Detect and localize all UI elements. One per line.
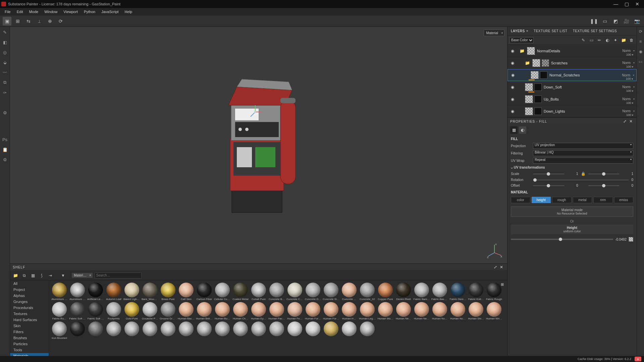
shelf-material-item[interactable] bbox=[286, 321, 303, 340]
material-thumbnail[interactable] bbox=[324, 302, 338, 317]
picker-tool-icon[interactable]: ✑ bbox=[2, 89, 8, 96]
shelf-material-item[interactable] bbox=[359, 321, 376, 340]
maximize-button[interactable]: ▢ bbox=[621, 1, 632, 7]
material-thumbnail[interactable] bbox=[179, 302, 194, 317]
material-thumbnail[interactable] bbox=[360, 302, 375, 317]
shelf-material-item[interactable]: Human Fe… bbox=[286, 302, 303, 320]
shelf-material-item[interactable]: Concrete Si… bbox=[323, 283, 339, 301]
smudge-tool-icon[interactable]: 〰 bbox=[2, 69, 8, 76]
material-thumbnail[interactable] bbox=[124, 283, 139, 297]
height-slider[interactable] bbox=[511, 239, 613, 240]
settings-gear-icon[interactable]: ⚙ bbox=[2, 109, 8, 116]
shelf-send-icon[interactable]: ⇥ bbox=[47, 272, 54, 279]
shelf-material-item[interactable]: Carbon Fiber bbox=[196, 283, 213, 301]
render-button[interactable]: ▭ bbox=[600, 17, 609, 25]
layer-visibility-icon[interactable]: ◉ bbox=[509, 49, 516, 53]
render-settings-button[interactable]: ◩ bbox=[611, 17, 620, 25]
offset-slider-1[interactable] bbox=[533, 184, 564, 187]
shelf-material-item[interactable]: Human Bell… bbox=[196, 302, 213, 320]
material-thumbnail[interactable] bbox=[469, 302, 483, 317]
shelf-folder-icon[interactable]: 📁 bbox=[12, 272, 19, 279]
material-mode-dropzone[interactable]: Material mode No Resource Selected bbox=[511, 206, 633, 217]
layer-blend-mode[interactable]: Norm bbox=[622, 73, 630, 77]
photoshop-icon[interactable]: Ps bbox=[2, 136, 8, 143]
material-thumbnail[interactable] bbox=[179, 321, 194, 336]
material-thumbnail[interactable] bbox=[450, 283, 465, 297]
material-thumbnail[interactable] bbox=[197, 283, 212, 297]
material-thumbnail[interactable] bbox=[251, 283, 266, 297]
material-thumbnail[interactable] bbox=[432, 283, 447, 297]
shelf-category-item[interactable]: Materials bbox=[10, 353, 49, 356]
rotation-slider[interactable] bbox=[533, 178, 629, 182]
layer-name[interactable]: Normal_Scratches bbox=[549, 73, 620, 77]
material-thumbnail[interactable] bbox=[106, 283, 121, 297]
menu-help[interactable]: Help bbox=[122, 9, 135, 14]
shelf-material-item[interactable]: Fabric Base… bbox=[431, 283, 448, 301]
layer-mask-thumbnail[interactable] bbox=[534, 83, 542, 91]
shelf-material-item[interactable]: Fabric Knit… bbox=[468, 283, 484, 301]
shelf-material-item[interactable]: Coated Metal bbox=[232, 283, 249, 301]
channel-dropdown[interactable]: Base Color bbox=[509, 37, 534, 43]
layer-visibility-icon[interactable]: ◉ bbox=[509, 61, 516, 65]
uvwrap-dropdown[interactable]: Repeat bbox=[533, 158, 633, 164]
material-thumbnail[interactable] bbox=[342, 283, 357, 297]
shelf-material-item[interactable] bbox=[160, 321, 176, 340]
material-thumbnail[interactable] bbox=[197, 302, 212, 317]
shelf-category-item[interactable]: Tools bbox=[10, 347, 49, 353]
shelf-material-item[interactable]: Gouache P… bbox=[142, 302, 158, 320]
material-thumbnail[interactable] bbox=[70, 321, 85, 336]
layer-blend-mode[interactable]: Norm bbox=[623, 61, 631, 65]
shelf-close-icon[interactable]: ✕ bbox=[498, 265, 504, 269]
uv-transformations-header[interactable]: UV transformations bbox=[507, 164, 637, 171]
material-thumbnail[interactable] bbox=[161, 302, 175, 317]
shelf-category-item[interactable]: Grunges bbox=[10, 299, 49, 305]
shelf-grid-icon[interactable]: ▦ bbox=[30, 272, 36, 279]
shelf-material-item[interactable]: Aluminium … bbox=[69, 283, 86, 301]
add-folder-icon[interactable]: 📁 bbox=[621, 37, 627, 43]
shelf-material-item[interactable] bbox=[69, 321, 86, 340]
clone-tool-icon[interactable]: ⧉ bbox=[2, 79, 8, 86]
shelf-material-item[interactable]: Human Ey… bbox=[250, 302, 267, 320]
shelf-search-input[interactable] bbox=[95, 273, 142, 279]
material-thumbnail[interactable] bbox=[306, 283, 320, 297]
shelf-category-item[interactable]: Textures bbox=[10, 311, 49, 317]
properties-undock-icon[interactable]: ⤢ bbox=[622, 119, 628, 124]
material-thumbnail[interactable] bbox=[52, 302, 67, 317]
material-thumbnail[interactable] bbox=[106, 321, 121, 336]
shelf-material-item[interactable]: Human Fac… bbox=[268, 302, 285, 320]
material-thumbnail[interactable] bbox=[88, 283, 103, 297]
layer-mask-thumbnail[interactable] bbox=[534, 108, 542, 115]
layer-name[interactable]: Up_Bolts bbox=[544, 97, 621, 101]
shelf-category-item[interactable]: Skin bbox=[10, 323, 49, 329]
material-thumbnail[interactable] bbox=[269, 321, 284, 336]
shelf-material-item[interactable]: Fabric Soft … bbox=[69, 302, 86, 320]
shelf-view-toggle-icon[interactable]: ⊞ bbox=[499, 281, 505, 287]
material-thumbnail[interactable] bbox=[287, 302, 302, 317]
shelf-material-item[interactable]: Cellular Con… bbox=[214, 283, 231, 301]
shelf-material-item[interactable]: Human No… bbox=[449, 302, 466, 320]
menu-file[interactable]: File bbox=[2, 9, 13, 14]
shelf-material-item[interactable] bbox=[214, 321, 231, 340]
menu-python[interactable]: Python bbox=[81, 9, 98, 14]
channel-emiss[interactable]: emiss bbox=[614, 197, 634, 203]
display-mode-dropdown[interactable]: Material bbox=[484, 29, 504, 36]
shelf-hide-icon[interactable]: ⟆ bbox=[38, 272, 45, 279]
shelf-material-item[interactable] bbox=[250, 321, 267, 340]
tab-close-icon[interactable]: × bbox=[526, 29, 528, 33]
shelf-material-item[interactable]: Brass Pure bbox=[160, 283, 176, 301]
layer-name[interactable]: Down_Lights bbox=[544, 109, 621, 113]
offset-slider-2[interactable] bbox=[588, 184, 620, 187]
shelf-material-item[interactable]: Fabric Bam… bbox=[413, 283, 430, 301]
material-thumbnail[interactable] bbox=[52, 283, 67, 297]
shelf-material-item[interactable]: Autumn Leaf bbox=[105, 283, 122, 301]
delete-layer-icon[interactable]: 🗑 bbox=[629, 37, 635, 43]
material-thumbnail[interactable] bbox=[432, 302, 447, 317]
material-thumbnail[interactable] bbox=[487, 302, 501, 317]
layer-visibility-icon[interactable]: ◉ bbox=[509, 85, 516, 89]
aux-log-icon[interactable]: ≡ bbox=[638, 39, 643, 44]
shelf-material-item[interactable]: Human H… bbox=[341, 302, 358, 320]
shelf-material-item[interactable]: Cobalt Pure bbox=[250, 283, 267, 301]
layer-row[interactable]: ◉📁NormalDetailsNorm▾100 ▾ bbox=[507, 45, 637, 57]
layer-name[interactable]: Down_Soft bbox=[544, 85, 621, 89]
add-smart-icon[interactable]: ✦ bbox=[612, 37, 619, 43]
